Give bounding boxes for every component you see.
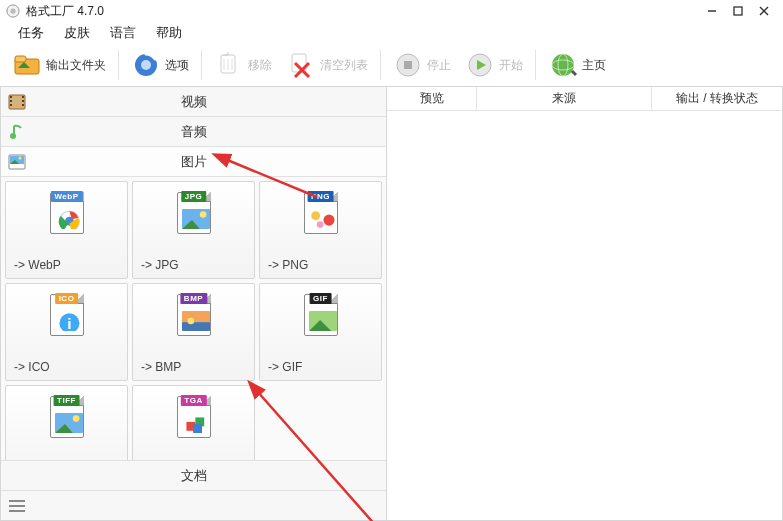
format-label: -> ICO xyxy=(14,360,50,374)
remove-button[interactable]: 移除 xyxy=(208,48,278,82)
remove-icon xyxy=(214,50,244,80)
format-tile-jpg[interactable]: JPG-> JPG xyxy=(132,181,255,279)
hamburger-icon xyxy=(9,500,25,512)
toolbar: 输出文件夹 选项 移除 清空列表 停止 xyxy=(0,44,783,86)
separator xyxy=(118,50,119,80)
format-label: -> PNG xyxy=(268,258,308,272)
format-icon: BMP xyxy=(177,294,211,336)
svg-text:i: i xyxy=(67,315,71,331)
home-icon xyxy=(548,50,578,80)
stop-button[interactable]: 停止 xyxy=(387,48,457,82)
options-label: 选项 xyxy=(165,57,189,74)
image-icon xyxy=(7,152,27,172)
clear-icon xyxy=(286,50,316,80)
format-badge: TGA xyxy=(180,395,206,406)
svg-rect-44 xyxy=(182,311,211,322)
start-button[interactable]: 开始 xyxy=(459,48,529,82)
format-badge: PNG xyxy=(307,191,334,202)
svg-rect-25 xyxy=(10,100,12,102)
home-button[interactable]: 主页 xyxy=(542,48,612,82)
remove-label: 移除 xyxy=(248,57,272,74)
accordion-document-label: 文档 xyxy=(181,467,207,485)
format-badge: JPG xyxy=(181,191,207,202)
format-icon: JPG xyxy=(177,192,211,234)
format-badge: GIF xyxy=(309,293,332,304)
svg-point-49 xyxy=(72,415,79,422)
task-list[interactable] xyxy=(387,111,782,520)
svg-rect-18 xyxy=(404,61,412,69)
options-icon xyxy=(131,50,161,80)
accordion-options[interactable] xyxy=(1,490,386,520)
svg-rect-7 xyxy=(15,56,26,62)
column-preview[interactable]: 预览 xyxy=(387,87,477,110)
format-tile-ico[interactable]: ICOi-> ICO xyxy=(5,283,128,381)
format-tile-tiff[interactable]: TIFF-> TIF xyxy=(5,385,128,460)
separator xyxy=(535,50,536,80)
audio-icon xyxy=(7,122,27,142)
close-button[interactable] xyxy=(751,2,777,20)
svg-rect-26 xyxy=(10,104,12,106)
start-icon xyxy=(465,50,495,80)
svg-point-37 xyxy=(199,211,206,218)
format-tile-gif[interactable]: GIF-> GIF xyxy=(259,283,382,381)
output-folder-button[interactable]: 输出文件夹 xyxy=(6,48,112,82)
format-tile-tga[interactable]: TGA-> TGA xyxy=(132,385,255,460)
format-tile-bmp[interactable]: BMP-> BMP xyxy=(132,283,255,381)
svg-rect-28 xyxy=(22,100,24,102)
folder-icon xyxy=(12,50,42,80)
right-panel: 预览 来源 输出 / 转换状态 xyxy=(386,86,783,521)
clear-label: 清空列表 xyxy=(320,57,368,74)
format-badge: BMP xyxy=(180,293,207,304)
svg-rect-3 xyxy=(734,7,742,15)
menu-help[interactable]: 帮助 xyxy=(146,22,192,44)
column-headers: 预览 来源 输出 / 转换状态 xyxy=(387,87,782,111)
svg-point-46 xyxy=(187,318,194,325)
format-tile-png[interactable]: PNG-> PNG xyxy=(259,181,382,279)
format-label: -> JPG xyxy=(141,258,179,272)
options-button[interactable]: 选项 xyxy=(125,48,195,82)
menu-skin[interactable]: 皮肤 xyxy=(54,22,100,44)
accordion-audio-label: 音频 xyxy=(181,123,207,141)
column-status[interactable]: 输出 / 转换状态 xyxy=(652,87,782,110)
svg-point-20 xyxy=(552,54,574,76)
menu-task[interactable]: 任务 xyxy=(8,22,54,44)
format-badge: TIFF xyxy=(53,395,80,406)
format-icon: GIF xyxy=(304,294,338,336)
column-source[interactable]: 来源 xyxy=(477,87,652,110)
accordion-video[interactable]: 视频 xyxy=(1,87,386,117)
svg-point-39 xyxy=(311,211,320,220)
format-icon: WebP xyxy=(50,192,84,234)
video-icon xyxy=(7,92,27,112)
output-folder-label: 输出文件夹 xyxy=(46,57,106,74)
accordion-image-label: 图片 xyxy=(181,153,207,171)
svg-point-30 xyxy=(10,133,16,139)
accordion-audio[interactable]: 音频 xyxy=(1,117,386,147)
format-badge: WebP xyxy=(50,191,82,202)
format-label: -> GIF xyxy=(268,360,302,374)
maximize-button[interactable] xyxy=(725,2,751,20)
accordion-image[interactable]: 图片 xyxy=(1,147,386,177)
svg-point-9 xyxy=(141,60,151,70)
clear-button[interactable]: 清空列表 xyxy=(280,48,374,82)
format-label: -> BMP xyxy=(141,360,181,374)
main: 视频 音频 图片 WebP-> WebPJPG-> JPGPNG-> PNGIC… xyxy=(0,86,783,521)
left-panel: 视频 音频 图片 WebP-> WebPJPG-> JPGPNG-> PNGIC… xyxy=(0,86,386,521)
separator xyxy=(201,50,202,80)
separator xyxy=(380,50,381,80)
accordion-document[interactable]: 文档 xyxy=(1,460,386,490)
stop-label: 停止 xyxy=(427,57,451,74)
format-tile-webp[interactable]: WebP-> WebP xyxy=(5,181,128,279)
menubar: 任务 皮肤 语言 帮助 xyxy=(0,22,783,44)
menu-language[interactable]: 语言 xyxy=(100,22,146,44)
svg-rect-52 xyxy=(193,424,202,433)
format-icon: TGA xyxy=(177,396,211,438)
format-icon: TIFF xyxy=(50,396,84,438)
minimize-button[interactable] xyxy=(699,2,725,20)
svg-rect-24 xyxy=(10,96,12,98)
app-icon xyxy=(6,4,20,18)
format-icon: PNG xyxy=(304,192,338,234)
start-label: 开始 xyxy=(499,57,523,74)
svg-point-33 xyxy=(19,156,22,159)
accordion-video-label: 视频 xyxy=(181,93,207,111)
svg-point-41 xyxy=(316,221,323,228)
